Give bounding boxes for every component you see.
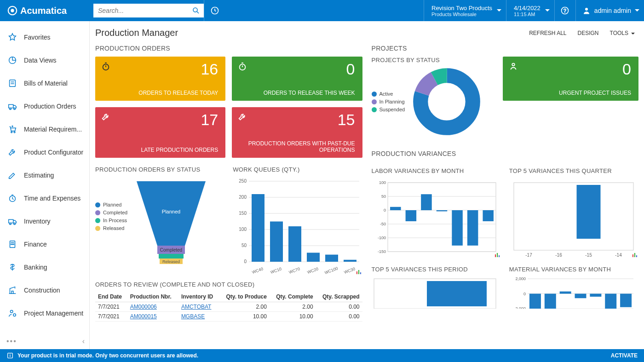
chart-title: LABOR VARIANCES BY MONTH — [372, 167, 501, 174]
dollar-icon — [7, 262, 17, 272]
user-icon — [582, 6, 591, 15]
sidebar-item-label: Bills of Material — [24, 80, 68, 87]
legend-label: Completed — [103, 210, 127, 215]
chart-type-icon[interactable] — [494, 252, 500, 258]
star-icon — [7, 32, 17, 42]
trial-bar: i Your product is in trial mode. Only tw… — [0, 349, 644, 362]
kpi-release-today[interactable]: 16 ORDERS TO RELEASE TODAY — [95, 57, 225, 101]
person-icon — [508, 61, 518, 71]
chart-labor-variances[interactable]: LABOR VARIANCES BY MONTH -150-100-500501… — [372, 162, 501, 259]
svg-rect-62 — [358, 270, 359, 274]
refresh-all-button[interactable]: REFRESH ALL — [529, 30, 566, 36]
sidebar-item-banking[interactable]: Banking — [0, 256, 89, 279]
col-header[interactable]: Qty. Complete — [270, 292, 316, 302]
sidebar-item-bom[interactable]: Bills of Material — [0, 72, 89, 95]
chart-title: PROJECTS BY STATUS — [372, 57, 494, 63]
svg-rect-12 — [9, 104, 13, 108]
wrench-icon — [237, 112, 247, 122]
tenant-name: Revision Two Products — [431, 5, 492, 11]
brand[interactable]: Acumatica — [0, 6, 90, 16]
kpi-release-week[interactable]: 0 ORDERS TO RELEASE THIS WEEK — [232, 57, 362, 101]
sidebar: Favorites Data Views Bills of Material P… — [0, 21, 90, 349]
col-header[interactable]: Qty. Scrapped — [316, 292, 362, 302]
stopwatch-icon — [237, 61, 247, 71]
chart-prod-by-status[interactable]: PRODUCTION ORDERS BY STATUS Planned Comp… — [95, 161, 224, 276]
svg-rect-112 — [590, 294, 601, 297]
svg-text:150: 150 — [239, 211, 247, 216]
chart-type-icon[interactable] — [356, 269, 362, 275]
svg-text:Released: Released — [162, 259, 180, 264]
sidebar-item-label: Finance — [24, 241, 47, 248]
sidebar-item-label: Time and Expenses — [24, 195, 80, 202]
chart-work-queues[interactable]: WORK QUEUES (QTY.) 050100150200250WC40WC… — [233, 161, 362, 276]
sidebar-item-finance[interactable]: Finance — [0, 233, 89, 256]
svg-point-13 — [10, 108, 12, 110]
svg-rect-59 — [344, 260, 356, 262]
sidebar-more[interactable]: ••• — [6, 337, 17, 345]
chart-title: MATERIAL VARIANCES BY MONTH — [509, 266, 638, 273]
production-nbr-link[interactable]: AM000006 — [130, 304, 157, 310]
user-menu[interactable]: admin admin — [575, 0, 644, 21]
sidebar-item-configurator[interactable]: Product Configurator — [0, 141, 89, 164]
user-name: admin admin — [594, 7, 631, 14]
activate-button[interactable]: ACTIVATE — [611, 352, 638, 359]
table-row[interactable]: 7/7/2021AM000006AMCTOBAT2.002.000.00 — [95, 302, 362, 312]
stopwatch-icon — [101, 61, 111, 71]
kpi-late[interactable]: 17 LATE PRODUCTION ORDERS — [95, 107, 225, 158]
svg-text:WC10: WC10 — [270, 266, 282, 275]
sidebar-item-projmgmt[interactable]: Project Management — [0, 302, 89, 325]
sidebar-collapse[interactable]: ‹ — [82, 337, 85, 345]
col-header[interactable]: End Date — [95, 292, 127, 302]
search-wrap — [93, 4, 204, 17]
col-header[interactable]: Production Nbr. — [127, 292, 178, 302]
chart-type-icon[interactable] — [632, 252, 638, 258]
kpi-urgent-issues[interactable]: 0 URGENT PROJECT ISSUES — [503, 57, 638, 101]
svg-rect-61 — [356, 271, 357, 274]
chart-material-variances[interactable]: MATERIAL VARIANCES BY MONTH -2,00002,000 — [509, 260, 638, 309]
svg-point-16 — [14, 132, 15, 133]
design-button[interactable]: DESIGN — [578, 30, 599, 36]
sidebar-item-production[interactable]: Production Orders — [0, 95, 89, 118]
production-nbr-link[interactable]: AM000015 — [130, 313, 157, 320]
sidebar-item-estimating[interactable]: Estimating — [0, 164, 89, 187]
col-header[interactable]: Qty. to Produce — [219, 292, 270, 302]
col-header[interactable]: Inventory ID — [178, 292, 219, 302]
business-date[interactable]: 4/14/2022 11:15 AM — [506, 0, 554, 21]
brand-text: Acumatica — [20, 6, 67, 16]
inventory-link[interactable]: MGBASE — [181, 313, 205, 320]
svg-rect-111 — [575, 294, 586, 299]
sidebar-item-time[interactable]: Time and Expenses — [0, 187, 89, 210]
chart-projects-by-status[interactable]: PROJECTS BY STATUS Active In Planning Su… — [372, 57, 494, 136]
sidebar-item-favorites[interactable]: Favorites — [0, 26, 89, 49]
svg-rect-63 — [360, 272, 361, 274]
legend-label: Planned — [103, 202, 121, 207]
chart-top5-period[interactable]: TOP 5 VARIANCES THIS PERIOD — [372, 260, 501, 309]
svg-text:200: 200 — [239, 195, 247, 200]
tenant-selector[interactable]: Revision Two Products Products Wholesale — [424, 0, 506, 21]
donut-chart — [412, 67, 481, 136]
svg-text:-100: -100 — [377, 236, 385, 240]
svg-text:100: 100 — [239, 227, 247, 232]
history-button[interactable] — [204, 0, 225, 21]
chart-top5-quarter[interactable]: TOP 5 VARIANCES THIS QUARTER -17-16-15-1… — [509, 162, 638, 259]
sidebar-item-label: Banking — [24, 264, 47, 271]
search-input[interactable] — [93, 4, 204, 17]
svg-text:i: i — [10, 353, 11, 358]
svg-text:50: 50 — [242, 243, 247, 248]
svg-point-24 — [12, 244, 12, 244]
sidebar-item-mrp[interactable]: Material Requirem... — [0, 118, 89, 141]
svg-rect-91 — [514, 183, 633, 250]
sidebar-item-inventory[interactable]: Inventory — [0, 210, 89, 233]
search-icon[interactable] — [192, 6, 200, 15]
svg-point-19 — [10, 223, 12, 225]
kpi-value: 0 — [622, 60, 631, 78]
inventory-link[interactable]: AMCTOBAT — [181, 304, 212, 310]
table-row[interactable]: 7/7/2021AM000015MGBASE10.0010.000.00 — [95, 312, 362, 322]
kpi-pastdue[interactable]: 15 PRODUCTION ORDERS WITH PAST-DUE OPERA… — [232, 107, 362, 158]
sidebar-item-construction[interactable]: Construction — [0, 279, 89, 302]
sidebar-item-dataviews[interactable]: Data Views — [0, 49, 89, 72]
tools-menu[interactable]: TOOLS — [610, 30, 635, 36]
help-button[interactable]: ? — [554, 0, 575, 21]
person-cog-icon — [7, 308, 17, 318]
info-icon: i — [6, 352, 14, 359]
